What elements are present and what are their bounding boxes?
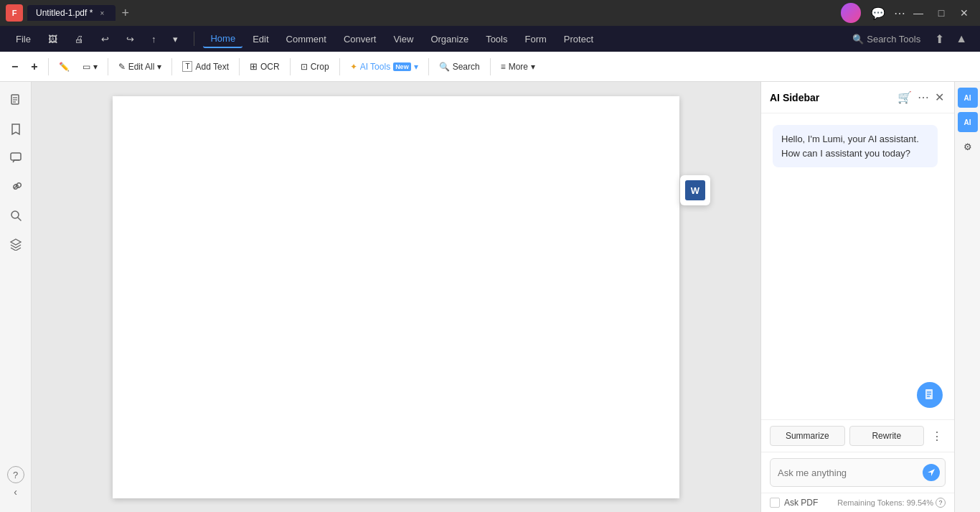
menu-print[interactable]: 🖨 (67, 31, 91, 47)
add-text-label: Add Text (195, 62, 228, 72)
search-tools-label: Search Tools (867, 34, 920, 45)
tokens-info: Remaining Tokens: 99.54% ? (837, 498, 946, 508)
send-message-button[interactable] (923, 464, 940, 481)
menu-thumbnail[interactable]: 🖼 (41, 31, 65, 47)
menu-upload[interactable]: ↑ (144, 31, 164, 47)
menu-protect[interactable]: Protect (557, 31, 600, 47)
toolbar: − + ✏️ ▭ ▾ ✎ Edit All ▾ T Add Text ⊞ OCR… (0, 52, 980, 82)
tab-close-button[interactable]: × (97, 8, 107, 18)
ai-greeting-message: Hello, I'm Lumi, your AI assistant. How … (773, 125, 938, 167)
search-tools-button[interactable]: 🔍 Search Tools (845, 32, 928, 47)
settings-icon: ⚙ (963, 141, 972, 152)
ai-footer: Ask PDF Remaining Tokens: 99.54% ? (761, 493, 954, 512)
zoom-out-icon: − (11, 60, 18, 73)
ai-sidebar-panel: AI Sidebar 🛒 ⋯ ✕ Hello, I'm Lumi, your A… (760, 82, 954, 512)
title-more-icon[interactable]: ⋯ (891, 5, 908, 22)
menu-home[interactable]: Home (203, 30, 242, 48)
ai-chat-area: Hello, I'm Lumi, your AI assistant. How … (761, 113, 954, 419)
zoom-in-button[interactable]: + (25, 57, 43, 76)
collapse-ribbon-button[interactable]: ▲ (951, 31, 971, 47)
zoom-out-button[interactable]: − (6, 57, 24, 76)
help-button[interactable]: ? (7, 466, 24, 483)
ai-tools-button[interactable]: ✦ AI Tools New ▾ (344, 59, 424, 75)
menu-edit[interactable]: Edit (245, 31, 275, 47)
word-doc-icon: W (685, 180, 705, 200)
crop-icon: ⊡ (301, 62, 308, 72)
word-icon-overlay[interactable]: W (680, 175, 710, 205)
sidebar-links-button[interactable] (3, 174, 29, 200)
edit-all-button[interactable]: ✎ Edit All ▾ (113, 59, 168, 75)
menu-undo[interactable]: ↩ (94, 31, 116, 47)
separator-4 (239, 58, 240, 75)
close-button[interactable]: ✕ (954, 4, 974, 22)
tab-label: Untitled-1.pdf * (36, 8, 93, 18)
ocr-button[interactable]: ⊞ OCR (244, 58, 286, 75)
chat-icon[interactable]: 💬 (868, 5, 888, 22)
ai-sidebar-close-icon[interactable]: ✕ (933, 89, 946, 106)
ocr-icon: ⊞ (250, 61, 258, 72)
menu-convert[interactable]: Convert (336, 31, 384, 47)
tokens-help-icon[interactable]: ? (936, 498, 946, 508)
svg-rect-4 (11, 153, 21, 160)
edit-all-dropdown: ▾ (157, 62, 161, 72)
menu-organize[interactable]: Organize (423, 31, 476, 47)
ask-pdf-checkbox[interactable] (770, 498, 780, 508)
ai-sidebar-header-icons: 🛒 ⋯ ✕ (896, 89, 946, 106)
ask-anything-input[interactable] (770, 458, 946, 487)
add-text-icon: T (182, 61, 192, 72)
sidebar-search-button[interactable] (3, 203, 29, 228)
new-badge: New (393, 62, 411, 71)
highlight-icon: ✏️ (59, 62, 70, 72)
ai-sidebar-header: AI Sidebar 🛒 ⋯ ✕ (761, 82, 954, 113)
app-icon: F (6, 4, 23, 22)
menu-redo[interactable]: ↪ (119, 31, 141, 47)
summarize-button[interactable]: Summarize (770, 426, 845, 446)
menu-view[interactable]: View (386, 31, 420, 47)
add-text-button[interactable]: T Add Text (176, 58, 235, 75)
crop-button[interactable]: ⊡ Crop (295, 59, 335, 75)
ai-tools-dropdown: ▾ (414, 62, 418, 72)
far-right-settings-button[interactable]: ⚙ (958, 136, 978, 157)
profile-avatar[interactable] (841, 3, 861, 23)
sidebar-bookmarks-button[interactable] (3, 116, 29, 142)
add-tab-button[interactable]: + (117, 6, 133, 21)
more-actions-button[interactable]: ⋮ (928, 427, 946, 444)
menu-file[interactable]: File (9, 31, 38, 47)
maximize-button[interactable]: □ (931, 4, 951, 22)
title-bar: F Untitled-1.pdf * × + 💬 ⋯ — □ ✕ (0, 0, 980, 26)
separator-6 (339, 58, 340, 75)
upload-button[interactable]: ⬆ (930, 31, 948, 47)
svg-line-6 (18, 218, 21, 220)
crop-label: Crop (311, 62, 329, 72)
tab-area: Untitled-1.pdf * × + (27, 5, 841, 21)
rewrite-button[interactable]: Rewrite (849, 426, 925, 446)
ai-sidebar-more-icon[interactable]: ⋯ (916, 89, 930, 106)
edit-all-icon: ✎ (118, 62, 126, 72)
separator-3 (171, 58, 172, 75)
pdf-view-area[interactable]: W (32, 82, 760, 512)
ai-sidebar-title: AI Sidebar (770, 92, 892, 103)
ai-sidebar-cart-icon[interactable]: 🛒 (896, 89, 913, 106)
menu-dropdown[interactable]: ▾ (166, 31, 185, 47)
far-right-ai-button-2[interactable]: AI (958, 112, 978, 132)
menu-tools[interactable]: Tools (479, 31, 514, 47)
sidebar-pages-button[interactable] (3, 88, 29, 113)
menu-comment[interactable]: Comment (279, 31, 334, 47)
sidebar-layers-button[interactable] (3, 231, 29, 257)
far-right-panel: AI AI ⚙ (954, 82, 980, 512)
ai-doc-float-icon[interactable] (917, 382, 943, 408)
left-sidebar: ? ‹ (0, 82, 32, 512)
minimize-button[interactable]: — (908, 4, 928, 22)
ai-tools-icon: ✦ (350, 62, 357, 72)
sidebar-bottom-area: ? ‹ (7, 260, 24, 506)
collapse-sidebar-button[interactable]: ‹ (11, 483, 20, 501)
search-button[interactable]: 🔍 Search (433, 59, 486, 75)
sidebar-comments-button[interactable] (3, 145, 29, 171)
shape-button[interactable]: ▭ ▾ (77, 59, 103, 75)
highlight-button[interactable]: ✏️ (53, 59, 75, 75)
menu-form[interactable]: Form (518, 31, 554, 47)
pdf-page (113, 96, 679, 498)
more-button[interactable]: ≡ More ▾ (495, 59, 541, 75)
active-tab[interactable]: Untitled-1.pdf * × (27, 5, 116, 21)
far-right-ai-button-1[interactable]: AI (958, 88, 978, 108)
